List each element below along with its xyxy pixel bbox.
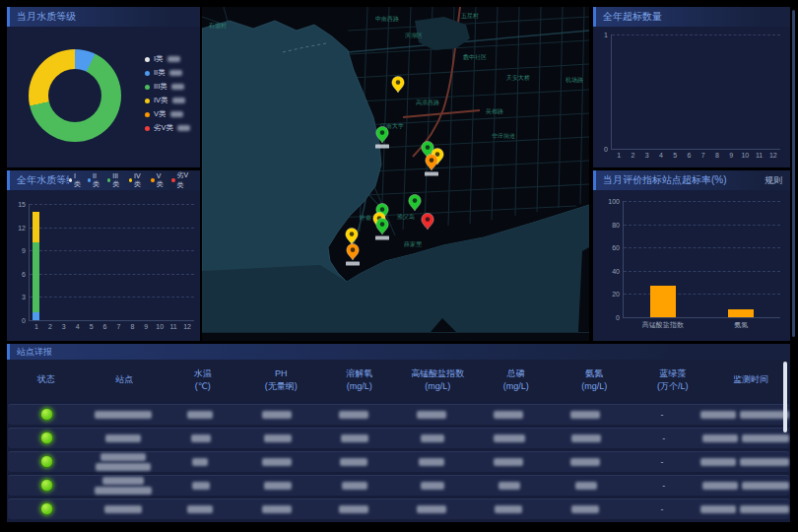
cell-algae: - [626,481,702,491]
column-header: 溶解氧(mg/L) [320,367,399,394]
gridline [624,294,780,295]
cell-value [547,458,624,466]
redacted-text [571,505,599,513]
redacted-text [105,434,141,442]
redacted-text [740,458,789,466]
column-header-line1: 监测时间 [712,373,791,387]
cell-time [700,458,789,466]
panel-month-grade-header: 当月水质等级 [7,7,200,27]
x-tick-label: 2 [48,323,52,330]
cell-algae: - [624,457,700,467]
redacted-text [104,505,142,513]
legend-item[interactable]: III类 [107,172,123,189]
legend-item[interactable]: IV类 [145,96,190,105]
table-scrollbar[interactable] [783,362,787,432]
cell-algae: - [626,433,702,443]
cell-value [471,482,548,490]
x-tick-label: 高锰酸盐指数 [642,320,684,330]
map[interactable]: 石塘村中南西路滨湖区五星村蠡中社区天安大桥机场路高浪西路吴都路江南大学华庄街道叶… [202,7,589,341]
legend-item[interactable]: 劣V类 [171,170,192,190]
column-header-line2: (mg/L) [477,380,556,394]
cell-status [8,455,85,468]
pin-dot [351,247,356,252]
table-row[interactable]: - [8,404,789,425]
redacted-text [264,482,292,490]
redacted-text [571,434,601,442]
redacted-text [187,411,213,419]
x-tick-label: 7 [701,152,705,159]
column-header-line2: (℃) [164,380,242,394]
year-grade-legend: I类II类III类IV类V类劣V类 [69,170,192,190]
panel-year-grade: 全年水质等级 I类II类III类IV类V类劣V类 036912151234567… [7,170,200,341]
cell-value [393,458,470,466]
x-tick-label: 4 [76,323,80,330]
cell-value [547,505,624,513]
cell-value [393,411,470,419]
legend-item[interactable]: 劣V类 [145,123,190,133]
table-row[interactable]: - [8,475,789,496]
page-scrollbar[interactable] [792,10,795,337]
pin-dot [380,222,385,227]
legend-dot [145,126,150,131]
y-tick-label: 80 [612,221,624,228]
redacted-text [700,458,736,466]
panel-year-grade-title: 全年水质等级 [17,173,69,187]
stacked-bar [46,204,53,320]
stacked-bar [170,204,177,320]
legend-item[interactable]: I类 [69,172,82,189]
gridline [612,34,780,35]
cell-value [163,482,239,490]
redacted-text [170,111,183,117]
legend-item[interactable]: I类 [145,54,190,64]
column-header: 氨氮(mg/L) [556,367,634,394]
legend-dot [145,112,150,117]
y-tick-label: 15 [18,201,30,208]
x-tick-label: 4 [659,152,663,159]
map-label: 中南西路 [375,16,399,23]
legend-dot [145,85,150,90]
panel-stations: 站点详报 状态站点水温(℃)PH(无量纲)溶解氧(mg/L)高锰酸盐指数(mg/… [7,344,790,522]
table-rows: ----- [7,404,790,520]
table-row[interactable]: - [8,499,789,519]
status-ok-icon [40,455,53,468]
legend-item[interactable]: II类 [145,68,190,78]
redacted-text [417,505,446,513]
rule-link[interactable]: 规则 [765,174,782,187]
panel-stations-title: 站点详报 [17,346,52,359]
y-tick-label: 20 [612,291,624,298]
y-tick-label: 100 [608,198,624,205]
gridline [624,225,780,226]
donut-hole [48,69,101,122]
panel-month-grade-body: I类II类III类IV类V类劣V类 [7,27,200,167]
x-tick-label: 10 [741,152,749,159]
stacked-bar [143,204,150,320]
cell-value [394,434,471,442]
column-header-line1: 氨氮 [556,367,634,381]
table-row[interactable]: - [8,451,789,472]
panel-year-grade-header: 全年水质等级 I类II类III类IV类V类劣V类 [7,170,200,190]
x-tick-label: 6 [103,323,107,330]
redacted-text [262,411,292,419]
redacted-text [742,434,789,442]
panel-month-rate-body: 020406080100高锰酸盐指数氨氮 [593,190,790,341]
column-header: 水温(℃) [164,367,242,394]
column-header: 高锰酸盐指数(mg/L) [399,367,478,394]
gridline [624,247,780,248]
panel-month-rate-header: 当月评价指标站点超标率(%) 规则 [593,170,790,190]
column-header-line1: PH [242,367,321,381]
legend-item[interactable]: V类 [145,109,190,119]
pin-station-label-redacted [375,145,389,149]
column-header-line2: (万个/L) [633,380,712,394]
legend-item[interactable]: II类 [88,172,101,189]
pin-dot [350,232,355,236]
cell-value [470,505,547,513]
column-header-line1: 溶解氧 [320,367,399,381]
table-row[interactable]: - [8,428,789,448]
legend-item[interactable]: V类 [151,172,166,189]
legend-item[interactable]: IV类 [129,172,146,189]
column-header-line1: 站点 [86,373,165,387]
stacked-bar [115,204,122,320]
legend-item[interactable]: III类 [145,82,190,92]
status-ok-icon [40,408,53,421]
dashboard-board: 当月水质等级 I类II类III类IV类V类劣V类 全年水质等级 I类II类III… [0,0,798,532]
